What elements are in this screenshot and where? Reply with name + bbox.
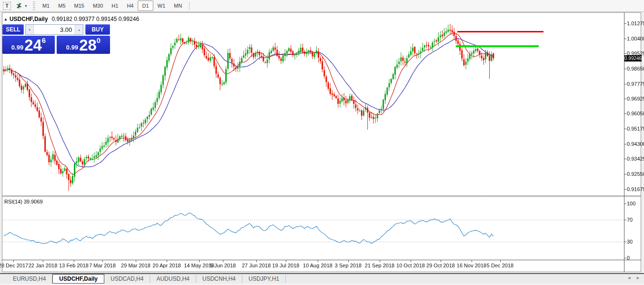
tab-scroll-left-button[interactable]: ◄ xyxy=(627,275,631,280)
current-price-tag: 0.99246 xyxy=(624,55,642,61)
tool-dropdown-caret-icon[interactable]: ▼ xyxy=(24,4,28,8)
rsi-indicator-label: RSI(14) 39.9069 xyxy=(4,199,43,204)
toolbar: T ▼ M1M5M15M30H1H4D1W1MN xyxy=(0,0,644,12)
timeframe-button-H1[interactable]: H1 xyxy=(107,0,122,11)
buy-price-point: 0 xyxy=(97,37,101,44)
toolbar-grip xyxy=(33,1,35,10)
tab-USDCNH-H4[interactable]: USDCNH,H4 xyxy=(196,275,242,283)
timeframe-button-M15[interactable]: M15 xyxy=(70,0,89,11)
spinner-down-icon: ▼ xyxy=(28,28,31,31)
timeframe-button-M1[interactable]: M1 xyxy=(38,0,54,11)
tab-scroll-right-button[interactable]: ► xyxy=(636,275,640,280)
buy-button-label: BUY xyxy=(91,26,103,33)
trade-panel: SELL ▼ ▲ BUY 0.99 24 6 0.99 28 0 xyxy=(2,24,110,54)
symbol-marker-icon: ▲ xyxy=(4,17,8,21)
sell-price-pips: 24 xyxy=(24,38,42,52)
spinner-up-icon: ▲ xyxy=(78,28,81,31)
volume-increase-button[interactable]: ▲ xyxy=(75,25,83,34)
timeframe-button-M30[interactable]: M30 xyxy=(89,0,107,11)
sell-price-point: 6 xyxy=(42,37,46,44)
timeframe-button-W1[interactable]: W1 xyxy=(153,0,170,11)
cursor-arrows-icon xyxy=(15,2,23,9)
volume-input[interactable] xyxy=(34,25,75,34)
arrows-tool-button[interactable]: ▼ xyxy=(15,1,28,10)
text-label-tool-button[interactable]: T xyxy=(3,2,11,10)
timeframe-button-M5[interactable]: M5 xyxy=(54,0,70,11)
sell-price-base: 0.99 xyxy=(11,43,23,52)
chart-tabs: EURUSD,H4USDCHF,DailyUSDCAD,H4AUDUSD,H4U… xyxy=(0,274,286,284)
timeframe-button-MN[interactable]: MN xyxy=(170,0,186,11)
timeframe-buttons: M1M5M15M30H1H4D1W1MN xyxy=(38,0,186,11)
buy-price-pips: 28 xyxy=(79,38,97,52)
toolbar-separator xyxy=(189,1,190,10)
chart-tab-bar: EURUSD,H4USDCHF,DailyUSDCAD,H4AUDUSD,H4U… xyxy=(0,273,644,284)
tab-AUDUSD-H4[interactable]: AUDUSD,H4 xyxy=(150,275,196,283)
volume-stepper: ▼ ▲ xyxy=(25,24,83,35)
sell-price-button[interactable]: 0.99 24 6 xyxy=(2,36,55,54)
tab-USDCHF-Daily[interactable]: USDCHF,Daily xyxy=(52,274,104,284)
buy-price-button[interactable]: 0.99 28 0 xyxy=(57,36,110,54)
text-tool-icon: T xyxy=(5,3,9,9)
sell-button[interactable]: SELL xyxy=(2,24,24,35)
sell-button-label: SELL xyxy=(6,26,20,33)
timeframe-button-D1[interactable]: D1 xyxy=(138,0,153,11)
tab-USDJPY-H1[interactable]: USDJPY,H1 xyxy=(242,275,286,283)
buy-price-base: 0.99 xyxy=(66,43,78,52)
tab-USDCAD-H4[interactable]: USDCAD,H4 xyxy=(104,275,150,283)
volume-decrease-button[interactable]: ▼ xyxy=(26,25,34,34)
chart-symbol: USDCHF,Daily xyxy=(10,16,48,22)
tab-EURUSD-H4[interactable]: EURUSD,H4 xyxy=(7,275,52,283)
chart-title: ▲USDCHF,Daily0.99182 0.99377 0.99145 0.9… xyxy=(4,16,139,22)
timeframe-button-H4[interactable]: H4 xyxy=(122,0,138,11)
chart-ohlc-values: 0.99182 0.99377 0.99145 0.99246 xyxy=(52,16,140,22)
buy-button[interactable]: BUY xyxy=(85,24,110,35)
